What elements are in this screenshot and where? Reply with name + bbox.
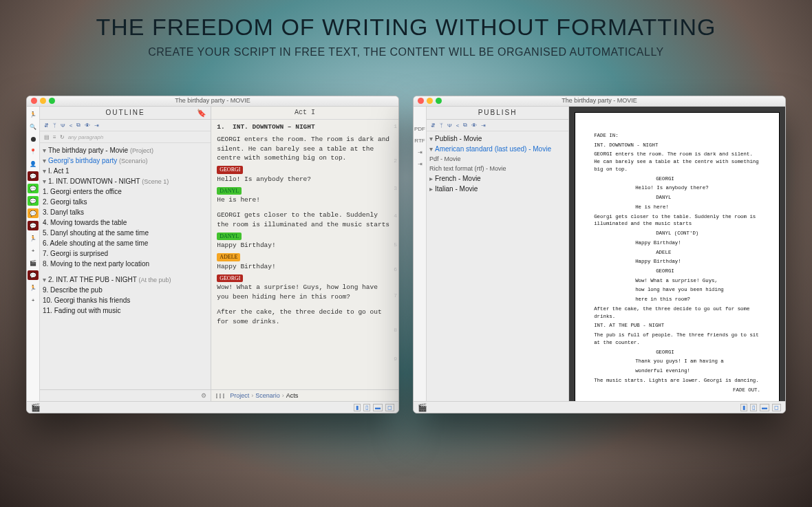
add-icon[interactable]: +: [28, 246, 39, 255]
dialogue-text[interactable]: He is here!: [217, 195, 392, 205]
tree-beat[interactable]: 9. Describe the pub: [43, 285, 208, 295]
eye-icon[interactable]: 👁: [471, 122, 477, 129]
rtf-icon[interactable]: RTF: [414, 138, 425, 144]
clapper-icon[interactable]: 🎬: [28, 258, 39, 268]
dialogue-text[interactable]: Wow! What a surprise! Guys, how long hav…: [217, 283, 392, 302]
character-tag-danyl[interactable]: DANYL: [217, 187, 242, 195]
tree-beat[interactable]: 8. Moving to the next party location: [43, 259, 208, 269]
tree-italian[interactable]: ▸Italian - Movie: [429, 184, 566, 194]
share-icon[interactable]: <: [456, 122, 460, 129]
share-icon[interactable]: <: [70, 122, 73, 129]
character-tag-georgi[interactable]: GEORGI: [217, 166, 243, 174]
crumb-acts[interactable]: Acts: [286, 392, 299, 399]
copy-icon[interactable]: ⧉: [76, 122, 81, 129]
tree-publish-root[interactable]: ▾Publish - Movie: [429, 133, 566, 144]
tree-french[interactable]: ▸French - Movie: [429, 173, 566, 184]
minimize-icon[interactable]: [40, 98, 46, 104]
tree-beat[interactable]: 4. Moving towards the table: [43, 217, 208, 228]
clapper-icon[interactable]: 🎬: [31, 403, 41, 412]
speech-red2-icon[interactable]: 💬: [28, 221, 39, 230]
mixer-icon[interactable]: ⫿⫿⫿: [215, 392, 226, 399]
refresh-icon[interactable]: ↻: [60, 134, 65, 140]
titlebar[interactable]: The birthday party - MOVIE: [27, 96, 398, 107]
search-icon[interactable]: 🔍: [28, 122, 39, 131]
dialogue-text[interactable]: Happy Birthday!: [217, 262, 392, 272]
runner-icon[interactable]: 🏃: [28, 109, 39, 119]
export-icon[interactable]: ⇥: [94, 122, 99, 129]
character-tag-adele[interactable]: ADELE: [217, 253, 240, 261]
tree-icon[interactable]: ⇵: [44, 122, 49, 129]
minimize-icon[interactable]: [427, 98, 433, 104]
clapper-icon[interactable]: 🎬: [418, 403, 427, 412]
zoom-icon[interactable]: [436, 98, 442, 104]
close-icon[interactable]: [31, 98, 37, 104]
tree-beat[interactable]: 6. Adele shouting at the same time: [43, 238, 208, 248]
script-editor[interactable]: Act I 1. INT. DOWNTOWN – NIGHT1 GEORGI e…: [211, 107, 398, 401]
action-text[interactable]: GEORGI gets closer to the table. Suddenl…: [217, 211, 392, 230]
tree-act[interactable]: ▾I. Act 1: [43, 166, 208, 176]
pin-icon[interactable]: 📍: [28, 147, 39, 156]
lines-icon[interactable]: ≡: [53, 134, 56, 140]
close-icon[interactable]: [418, 98, 424, 104]
runner3-icon[interactable]: 🏃: [28, 283, 39, 292]
editor-body[interactable]: 1. INT. DOWNTOWN – NIGHT1 GEORGI enters …: [211, 120, 398, 389]
speech-green-icon[interactable]: 💬: [28, 184, 39, 193]
tree-beat[interactable]: 1. Georgi enters the office: [43, 186, 208, 197]
dialogue-text[interactable]: Hello! Is anybody there?: [217, 175, 392, 184]
tree-scenario[interactable]: ▾Georgi's birthday party (Scenario): [43, 155, 208, 166]
layout-1-icon[interactable]: ▮: [740, 404, 747, 411]
layout-3-icon[interactable]: ▬: [760, 404, 769, 411]
runner2-icon[interactable]: 🏃: [28, 233, 39, 243]
layout-1-icon[interactable]: ▮: [354, 404, 361, 411]
bookmark-icon[interactable]: 🔖: [197, 107, 208, 119]
speech-red-icon[interactable]: 💬: [28, 171, 39, 181]
tree-pdf[interactable]: Pdf - Movie: [429, 154, 566, 164]
action-text[interactable]: GEORGI enters the room. The room is dark…: [217, 135, 392, 163]
tree-beat[interactable]: 11. Fading out with music: [43, 305, 208, 316]
zoom-icon[interactable]: [49, 98, 55, 104]
speech-red3-icon[interactable]: 💬: [28, 270, 39, 280]
export-icon[interactable]: ⇥: [418, 149, 423, 155]
eye-icon[interactable]: 👁: [85, 122, 90, 129]
person-icon[interactable]: 👤: [28, 159, 39, 169]
titlebar[interactable]: The birthday party - MOVIE: [414, 96, 785, 107]
sliders-icon[interactable]: ⚙: [201, 392, 206, 399]
list-icon[interactable]: ▤: [44, 134, 50, 140]
tree-beat[interactable]: 5. Danyl shouting at the same time: [43, 228, 208, 238]
tree-icon[interactable]: ⇵: [431, 122, 436, 129]
fork-icon[interactable]: Ψ: [447, 122, 452, 129]
character-tag-danyl[interactable]: DANYL: [217, 233, 242, 241]
tree-beat[interactable]: 10. Georgi thanks his friends: [43, 295, 208, 305]
character-tag-georgi[interactable]: GEORGI: [217, 274, 243, 283]
export2-icon[interactable]: ⇥: [418, 161, 423, 167]
dot-icon[interactable]: [31, 137, 36, 142]
tree-beat[interactable]: 2. Georgi talks: [43, 197, 208, 207]
fork-icon[interactable]: Ψ: [61, 122, 65, 129]
layout-2-icon[interactable]: ▯: [363, 404, 370, 411]
copy-icon[interactable]: ⧉: [463, 122, 467, 129]
character: GEORGI: [656, 349, 760, 356]
add2-icon[interactable]: +: [28, 295, 39, 305]
crumb-scenario[interactable]: Scenario: [255, 392, 280, 399]
tree-rtf[interactable]: Rich text format (rtf) - Movie: [429, 164, 566, 173]
tree-american[interactable]: ▾American standard (last used) - Movie: [429, 144, 566, 154]
filter-input[interactable]: any paragraph: [68, 134, 104, 140]
action-text[interactable]: After the cake, the three decide to go o…: [217, 308, 392, 327]
branch-icon[interactable]: ᛘ: [53, 122, 56, 129]
tree-project[interactable]: ▾The birthday party - Movie (Project): [43, 145, 208, 155]
tree-beat[interactable]: 7. Georgi is surprised: [43, 248, 208, 259]
tree-scene-2[interactable]: ▾2. INT. AT THE PUB - NIGHT (At the pub): [43, 274, 208, 285]
speech-orange-icon[interactable]: 💬: [28, 208, 39, 218]
branch-icon[interactable]: ᛘ: [440, 122, 443, 129]
dialogue-text[interactable]: Happy Birthday!: [217, 241, 392, 250]
layout-4-icon[interactable]: ◻: [772, 404, 781, 411]
tree-scene-1[interactable]: ▾1. INT. DOWNTOWN - NIGHT (Scene 1): [43, 176, 208, 186]
crumb-project[interactable]: Project: [230, 392, 249, 399]
speech-green2-icon[interactable]: 💬: [28, 196, 39, 206]
tree-beat[interactable]: 3. Danyl talks: [43, 207, 208, 217]
layout-3-icon[interactable]: ▬: [373, 404, 383, 411]
pdf-icon[interactable]: PDF: [414, 126, 425, 132]
layout-2-icon[interactable]: ▯: [750, 404, 757, 411]
export-icon[interactable]: ⇥: [481, 122, 486, 129]
layout-4-icon[interactable]: ◻: [385, 404, 394, 411]
